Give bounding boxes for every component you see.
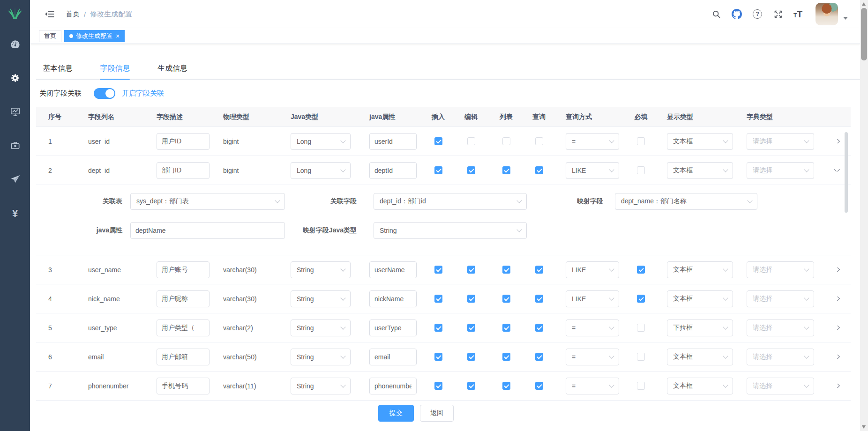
tag-home[interactable]: 首页 bbox=[39, 30, 61, 42]
list-checkbox[interactable] bbox=[502, 166, 510, 174]
relation-table-select[interactable]: sys_dept：部门表 bbox=[130, 193, 285, 210]
tab-generate-info[interactable]: 生成信息 bbox=[157, 56, 187, 79]
query-mode-select[interactable]: = bbox=[566, 349, 619, 365]
insert-checkbox[interactable] bbox=[434, 324, 442, 332]
insert-checkbox[interactable] bbox=[434, 382, 442, 390]
java-type-select[interactable]: String bbox=[291, 320, 351, 336]
java-attr-input[interactable] bbox=[369, 349, 417, 365]
display-type-select[interactable]: 文本框 bbox=[667, 162, 733, 179]
dict-type-select[interactable]: 请选择 bbox=[747, 320, 814, 336]
display-type-select[interactable]: 文本框 bbox=[667, 349, 733, 365]
github-icon[interactable] bbox=[732, 9, 742, 19]
display-type-select[interactable]: 文本框 bbox=[667, 133, 733, 150]
search-icon[interactable] bbox=[711, 9, 721, 19]
java-attr-input[interactable] bbox=[369, 320, 417, 336]
scrollbar-thumb[interactable] bbox=[861, 8, 867, 60]
help-icon[interactable]: ? bbox=[752, 9, 763, 19]
description-input[interactable] bbox=[157, 290, 210, 307]
expand-toggle[interactable] bbox=[834, 297, 840, 301]
sub-java-attr-input[interactable] bbox=[130, 222, 285, 239]
fullscreen-icon[interactable] bbox=[773, 9, 783, 19]
sidebar-item-system[interactable] bbox=[0, 62, 30, 96]
display-type-select[interactable]: 文本框 bbox=[667, 290, 733, 307]
query-checkbox[interactable] bbox=[535, 295, 543, 303]
sidebar-toggle-button[interactable] bbox=[44, 8, 55, 20]
list-checkbox[interactable] bbox=[502, 266, 510, 274]
edit-checkbox[interactable] bbox=[467, 166, 475, 174]
dict-type-select[interactable]: 请选择 bbox=[747, 290, 814, 307]
list-checkbox[interactable] bbox=[502, 137, 510, 145]
java-attr-input[interactable] bbox=[369, 378, 417, 394]
mapping-field-select[interactable]: dept_name：部门名称 bbox=[615, 193, 757, 210]
list-checkbox[interactable] bbox=[502, 353, 510, 361]
avatar[interactable] bbox=[816, 3, 838, 25]
tab-basic-info[interactable]: 基本信息 bbox=[43, 56, 73, 79]
dict-type-select[interactable]: 请选择 bbox=[747, 349, 814, 365]
java-attr-input[interactable] bbox=[369, 261, 417, 278]
breadcrumb-home[interactable]: 首页 bbox=[66, 10, 80, 19]
description-input[interactable] bbox=[157, 162, 210, 179]
edit-checkbox[interactable] bbox=[467, 382, 475, 390]
back-button[interactable]: 返回 bbox=[420, 405, 454, 422]
java-type-select[interactable]: Long bbox=[291, 133, 351, 150]
query-checkbox[interactable] bbox=[535, 382, 543, 390]
expand-toggle[interactable] bbox=[834, 326, 840, 330]
query-checkbox[interactable] bbox=[535, 324, 543, 332]
java-type-select[interactable]: String bbox=[291, 261, 351, 278]
required-checkbox[interactable] bbox=[637, 295, 645, 303]
edit-checkbox[interactable] bbox=[467, 295, 475, 303]
description-input[interactable] bbox=[157, 133, 210, 150]
sidebar-item-guide[interactable] bbox=[0, 163, 30, 197]
tab-field-info[interactable]: 字段信息 bbox=[100, 56, 130, 79]
expand-toggle[interactable] bbox=[834, 139, 840, 143]
query-mode-select[interactable]: = bbox=[566, 320, 619, 336]
java-type-select[interactable]: String bbox=[291, 378, 351, 394]
insert-checkbox[interactable] bbox=[434, 353, 442, 361]
description-input[interactable] bbox=[157, 378, 210, 394]
required-checkbox[interactable] bbox=[637, 382, 645, 390]
insert-checkbox[interactable] bbox=[434, 137, 442, 145]
sidebar-item-dashboard[interactable] bbox=[0, 28, 30, 62]
java-attr-input[interactable] bbox=[369, 133, 417, 150]
query-checkbox[interactable] bbox=[535, 166, 543, 174]
expand-toggle[interactable] bbox=[834, 384, 840, 388]
user-menu[interactable] bbox=[816, 3, 848, 25]
submit-button[interactable]: 提交 bbox=[378, 405, 414, 422]
required-checkbox[interactable] bbox=[637, 137, 645, 145]
query-checkbox[interactable] bbox=[535, 353, 543, 361]
edit-checkbox[interactable] bbox=[467, 324, 475, 332]
display-type-select[interactable]: 文本框 bbox=[667, 378, 733, 394]
edit-checkbox[interactable] bbox=[467, 266, 475, 274]
app-logo[interactable] bbox=[0, 0, 30, 28]
edit-checkbox[interactable] bbox=[467, 353, 475, 361]
query-checkbox[interactable] bbox=[535, 137, 543, 145]
query-mode-select[interactable]: LIKE bbox=[566, 162, 619, 179]
query-mode-select[interactable]: LIKE bbox=[566, 290, 619, 307]
expand-toggle[interactable] bbox=[834, 169, 840, 171]
browser-scrollbar[interactable] bbox=[860, 0, 868, 431]
dict-type-select[interactable]: 请选择 bbox=[747, 261, 814, 278]
query-mode-select[interactable]: = bbox=[566, 378, 619, 394]
tag-edit-gen-config[interactable]: 修改生成配置 × bbox=[64, 30, 125, 42]
tag-close-icon[interactable]: × bbox=[116, 33, 120, 39]
insert-checkbox[interactable] bbox=[434, 295, 442, 303]
insert-checkbox[interactable] bbox=[434, 266, 442, 274]
java-type-select[interactable]: String bbox=[291, 349, 351, 365]
edit-checkbox[interactable] bbox=[467, 137, 475, 145]
mapping-java-type-select[interactable]: String bbox=[374, 222, 527, 239]
dict-type-select[interactable]: 请选择 bbox=[747, 133, 814, 150]
required-checkbox[interactable] bbox=[637, 166, 645, 174]
sidebar-item-monitor[interactable] bbox=[0, 96, 30, 129]
description-input[interactable] bbox=[157, 349, 210, 365]
display-type-select[interactable]: 下拉框 bbox=[667, 320, 733, 336]
sidebar-item-pay[interactable]: ¥ bbox=[0, 197, 30, 230]
list-checkbox[interactable] bbox=[502, 382, 510, 390]
field-relation-switch[interactable] bbox=[94, 88, 115, 99]
dict-type-select[interactable]: 请选择 bbox=[747, 162, 814, 179]
list-checkbox[interactable] bbox=[502, 324, 510, 332]
expand-toggle[interactable] bbox=[834, 355, 840, 359]
display-type-select[interactable]: 文本框 bbox=[667, 261, 733, 278]
java-type-select[interactable]: String bbox=[291, 290, 351, 307]
java-attr-input[interactable] bbox=[369, 290, 417, 307]
description-input[interactable] bbox=[157, 320, 210, 336]
